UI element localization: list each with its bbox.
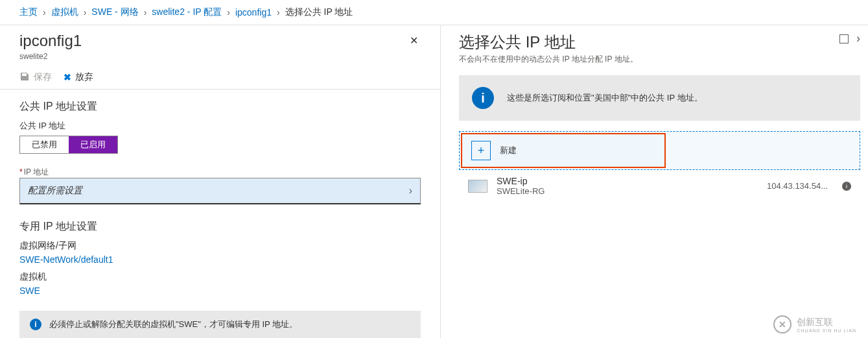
close-icon[interactable]: ✕ [407, 32, 421, 49]
discard-label: 放弃 [75, 71, 93, 83]
ip-name: SWE-ip [497, 176, 545, 186]
chevron-right-icon: › [84, 7, 87, 18]
public-ip-toggle[interactable]: 已禁用 已启用 [19, 136, 118, 154]
breadcrumb-ipconfig-list[interactable]: swelite2 - IP 配置 [152, 6, 222, 18]
toggle-enabled[interactable]: 已启用 [69, 136, 117, 153]
chevron-right-icon: › [43, 7, 46, 18]
ip-selection-region: + 新建 [459, 131, 860, 170]
panel-subtitle: swelite2 [19, 52, 82, 61]
required-star: * [19, 167, 23, 176]
ip-address-value: 104.43.134.54... [767, 181, 828, 191]
breadcrumb-ipconfig1[interactable]: ipconfig1 [235, 7, 272, 18]
info-icon: i [30, 319, 41, 330]
save-label: 保存 [34, 71, 52, 83]
maximize-icon[interactable] [839, 34, 849, 43]
vm-label: 虚拟机 [19, 271, 421, 283]
breadcrumb-network[interactable]: SWE - 网络 [91, 6, 138, 18]
breadcrumb-home[interactable]: 主页 [19, 6, 38, 18]
select-public-ip-panel: 选择公共 IP 地址 不会向不在使用中的动态公共 IP 地址分配 IP 地址。 … [441, 25, 868, 338]
toggle-disabled[interactable]: 已禁用 [20, 136, 69, 153]
toolbar: 保存 ✖ 放弃 [0, 66, 440, 90]
ip-placeholder: 配置所需设置 [28, 185, 82, 197]
create-new-button[interactable]: + 新建 [461, 133, 666, 168]
save-icon [19, 71, 30, 84]
right-panel-title: 选择公共 IP 地址 [459, 32, 638, 53]
breadcrumb-vm[interactable]: 虚拟机 [51, 6, 78, 18]
watermark-sub: CHUANG XIN HU LIAN [797, 328, 856, 333]
right-panel-subtitle: 不会向不在使用中的动态公共 IP 地址分配 IP 地址。 [459, 54, 638, 65]
section-public-ip: 公共 IP 地址设置 [19, 100, 421, 114]
public-ip-label: 公共 IP 地址 [19, 120, 421, 132]
ip-list-item[interactable]: SWE-ip SWELite-RG 104.43.134.54... i [459, 170, 860, 201]
logo-icon: ✕ [773, 315, 792, 334]
save-button: 保存 [19, 71, 52, 84]
vm-link[interactable]: SWE [19, 285, 421, 296]
discard-button[interactable]: ✖ 放弃 [64, 71, 93, 83]
new-label: 新建 [500, 145, 517, 156]
ip-address-selector[interactable]: 配置所需设置 › [19, 178, 421, 204]
warning-bar: i 必须停止或解除分配关联的虚拟机"SWE"，才可编辑专用 IP 地址。 [19, 311, 421, 338]
watermark-logo: ✕ 创新互联 CHUANG XIN HU LIAN [773, 315, 856, 334]
close-icon: ✖ [64, 72, 71, 82]
public-ip-icon [468, 180, 487, 193]
chevron-right-icon: › [227, 7, 230, 18]
ipconfig-panel: ipconfig1 swelite2 ✕ 保存 ✖ 放弃 公共 IP 地址设置 … [0, 25, 441, 338]
chevron-right-icon: › [409, 185, 412, 197]
section-private-ip: 专用 IP 地址设置 [19, 220, 421, 234]
vnet-link[interactable]: SWE-NetWork/default1 [19, 254, 421, 265]
notice-text: 这些是所选订阅和位置"美国中部"中的公共 IP 地址。 [507, 92, 703, 104]
ip-resource-group: SWELite-RG [497, 186, 545, 196]
info-icon: i [472, 87, 494, 109]
watermark-brand: 创新互联 [797, 317, 856, 328]
info-icon[interactable]: i [842, 182, 851, 191]
notice-bar: i 这些是所选订阅和位置"美国中部"中的公共 IP 地址。 [459, 75, 860, 121]
chevron-right-icon: › [144, 7, 147, 18]
plus-icon: + [471, 141, 491, 160]
warning-text: 必须停止或解除分配关联的虚拟机"SWE"，才可编辑专用 IP 地址。 [49, 319, 298, 330]
breadcrumb: 主页 › 虚拟机 › SWE - 网络 › swelite2 - IP 配置 ›… [0, 0, 868, 25]
chevron-right-icon[interactable]: › [856, 32, 860, 45]
vnet-label: 虚拟网络/子网 [19, 240, 421, 252]
panel-title: ipconfig1 [19, 32, 82, 51]
breadcrumb-current: 选择公共 IP 地址 [285, 6, 353, 18]
chevron-right-icon: › [277, 7, 280, 18]
ip-address-label: *IP 地址 [19, 167, 421, 178]
